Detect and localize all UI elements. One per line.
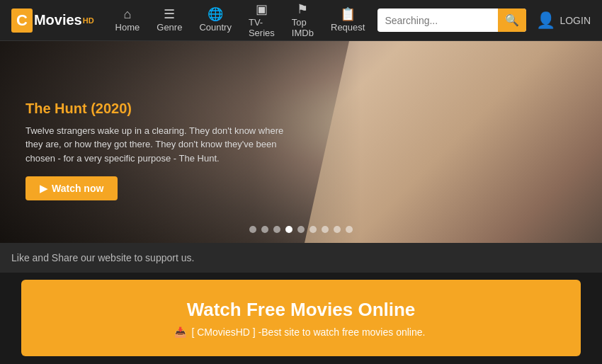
cta-subtitle: 📥 [ CMoviesHD ] -Best site to watch free… (174, 326, 428, 338)
slider-dot-5[interactable] (297, 226, 305, 233)
logo-hd-badge: HD (83, 16, 94, 25)
cta-title: Watch Free Movies Online (187, 299, 416, 321)
home-icon: ⌂ (124, 8, 132, 21)
nav-request[interactable]: 📋 Request (324, 4, 372, 37)
login-button[interactable]: 👤 LOGIN (536, 11, 591, 30)
cta-icon: 📥 (174, 326, 186, 338)
logo[interactable]: C Movies HD (11, 8, 94, 33)
nav-tv-series[interactable]: ▣ TV-Series (242, 0, 282, 42)
slider-dot-4[interactable] (285, 226, 293, 233)
support-bar: Like and Share our website to support us… (0, 243, 602, 273)
slider-dot-8[interactable] (334, 226, 341, 233)
hero-slider: The Hunt (2020) Twelve strangers wake up… (0, 41, 602, 243)
nav-tv-label: TV-Series (249, 17, 275, 38)
logo-movies-text: Movies (34, 12, 82, 28)
slider-dot-6[interactable] (309, 226, 317, 233)
watch-now-button[interactable]: ▶ Watch now (25, 176, 118, 200)
imdb-icon: ⚑ (297, 3, 308, 16)
hero-title: The Hunt (2020) (25, 101, 301, 117)
logo-c-box: C (11, 8, 33, 33)
request-icon: 📋 (340, 8, 356, 21)
cta-banner: Watch Free Movies Online 📥 [ CMoviesHD ]… (21, 280, 581, 356)
main-nav: ⌂ Home ☰ Genre 🌐 Country ▣ TV-Series ⚑ T… (108, 0, 373, 42)
search-button[interactable]: 🔍 (498, 8, 526, 32)
header: C Movies HD ⌂ Home ☰ Genre 🌐 Country ▣ T… (0, 0, 602, 41)
play-icon: ▶ (40, 183, 47, 194)
slider-dots (249, 226, 353, 233)
user-icon: 👤 (536, 11, 555, 30)
nav-request-label: Request (331, 22, 365, 33)
nav-home-label: Home (115, 22, 140, 33)
nav-genre[interactable]: ☰ Genre (149, 4, 189, 37)
genre-icon: ☰ (164, 8, 175, 21)
slider-dot-1[interactable] (249, 226, 256, 233)
slider-dot-9[interactable] (346, 226, 353, 233)
nav-country[interactable]: 🌐 Country (192, 4, 239, 37)
slider-dot-7[interactable] (322, 226, 329, 233)
tv-icon: ▣ (256, 3, 268, 16)
country-icon: 🌐 (208, 8, 223, 21)
search-box: 🔍 (377, 8, 526, 32)
hero-description: Twelve strangers wake up in a clearing. … (25, 124, 301, 166)
nav-imdb-label: Top IMDb (292, 17, 314, 38)
hero-content: The Hunt (2020) Twelve strangers wake up… (25, 101, 301, 201)
nav-genre-label: Genre (157, 22, 182, 33)
slider-dot-3[interactable] (273, 226, 280, 233)
search-input[interactable] (377, 11, 498, 30)
slider-dot-2[interactable] (261, 226, 268, 233)
support-text: Like and Share our website to support us… (11, 252, 194, 263)
nav-country-label: Country (199, 22, 232, 33)
login-label: LOGIN (560, 15, 591, 26)
nav-home[interactable]: ⌂ Home (108, 4, 147, 37)
cta-subtitle-text: [ CMoviesHD ] -Best site to watch free m… (191, 326, 425, 338)
watch-now-label: Watch now (52, 183, 103, 194)
nav-top-imdb[interactable]: ⚑ Top IMDb (285, 0, 321, 42)
